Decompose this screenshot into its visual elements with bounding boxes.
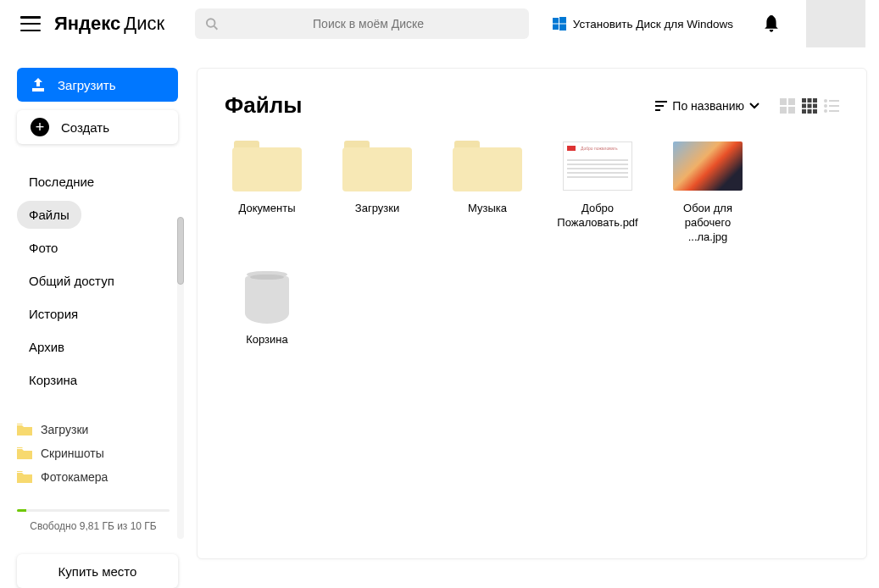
view-large-grid-icon[interactable] bbox=[780, 98, 795, 114]
folder-icon bbox=[452, 139, 523, 193]
image-thumb bbox=[672, 139, 743, 193]
svg-point-0 bbox=[207, 19, 215, 27]
sort-control[interactable]: По названию bbox=[655, 99, 759, 113]
nav-history[interactable]: История bbox=[17, 300, 90, 328]
folder-icon bbox=[17, 471, 32, 483]
trash-icon bbox=[231, 270, 303, 325]
svg-rect-13 bbox=[802, 98, 806, 103]
windows-icon bbox=[553, 17, 566, 31]
file-label: Документы bbox=[238, 202, 295, 216]
content-card: Файлы По названию Документы bbox=[197, 68, 867, 559]
svg-rect-16 bbox=[802, 103, 806, 108]
file-label: Загрузки bbox=[355, 202, 399, 216]
svg-rect-15 bbox=[813, 98, 817, 103]
svg-rect-12 bbox=[788, 107, 795, 114]
nav-section: Последние Файлы Фото Общий доступ Истори… bbox=[17, 168, 170, 399]
page-title: Файлы bbox=[225, 92, 302, 119]
svg-rect-20 bbox=[808, 109, 812, 114]
install-windows-button[interactable]: Установить Диск для Windows bbox=[542, 17, 743, 31]
sidebar: Загрузить + Создать Последние Файлы Фото… bbox=[0, 47, 186, 588]
menu-icon[interactable] bbox=[20, 16, 41, 31]
sidebar-folder-downloads[interactable]: Загрузки bbox=[17, 418, 170, 441]
file-label: Добро Пожаловать.pdf bbox=[555, 202, 640, 230]
svg-rect-25 bbox=[829, 105, 839, 107]
view-controls bbox=[780, 98, 839, 114]
svg-rect-18 bbox=[813, 103, 817, 108]
sort-icon bbox=[655, 101, 667, 111]
svg-rect-23 bbox=[829, 100, 839, 102]
folder-icon bbox=[17, 424, 32, 435]
svg-rect-17 bbox=[808, 103, 812, 108]
upload-button[interactable]: Загрузить bbox=[17, 68, 178, 102]
svg-rect-5 bbox=[559, 25, 566, 31]
file-item-wallpaper-jpg[interactable]: Обои для рабочего ...ла.jpg bbox=[665, 139, 750, 245]
nav-recent[interactable]: Последние bbox=[17, 168, 106, 196]
content-header: Файлы По названию bbox=[225, 92, 839, 119]
upload-icon bbox=[31, 78, 46, 92]
sidebar-scrollbar[interactable] bbox=[177, 217, 184, 539]
trash-item[interactable]: Корзина bbox=[225, 270, 309, 347]
files-grid: Документы Загрузки Музыка Добро пожалова… bbox=[225, 139, 839, 347]
main-area: Файлы По названию Документы bbox=[186, 47, 879, 588]
folder-icon bbox=[342, 139, 413, 193]
view-list-icon[interactable] bbox=[824, 98, 839, 114]
chevron-down-icon bbox=[749, 103, 759, 109]
nav-files[interactable]: Файлы bbox=[17, 201, 81, 229]
svg-rect-2 bbox=[553, 18, 559, 24]
sidebar-folder-screenshots[interactable]: Скриншоты bbox=[17, 441, 170, 465]
folder-item-music[interactable]: Музыка bbox=[445, 139, 530, 245]
storage-text: Свободно 9,81 ГБ из 10 ГБ bbox=[17, 520, 170, 532]
search-icon bbox=[205, 17, 218, 31]
file-label: Музыка bbox=[468, 202, 507, 216]
folder-icon bbox=[17, 447, 32, 459]
user-avatar[interactable] bbox=[806, 0, 865, 47]
file-label: Обои для рабочего ...ла.jpg bbox=[665, 202, 750, 245]
search-box[interactable] bbox=[195, 8, 529, 39]
folder-icon bbox=[231, 139, 303, 193]
create-button[interactable]: + Создать bbox=[17, 110, 178, 144]
view-small-grid-icon[interactable] bbox=[802, 98, 817, 114]
nav-shared[interactable]: Общий доступ bbox=[17, 267, 126, 295]
logo-sub: Диск bbox=[124, 13, 164, 35]
svg-rect-21 bbox=[813, 109, 817, 114]
folder-item-downloads[interactable]: Загрузки bbox=[335, 139, 420, 245]
svg-rect-9 bbox=[780, 98, 787, 105]
folder-item-documents[interactable]: Документы bbox=[225, 139, 309, 245]
svg-point-24 bbox=[824, 104, 827, 108]
svg-point-22 bbox=[824, 99, 827, 103]
nav-photo[interactable]: Фото bbox=[17, 234, 70, 262]
logo[interactable]: Яндекс Диск bbox=[54, 13, 164, 35]
logo-main: Яндекс bbox=[54, 13, 120, 35]
bell-icon[interactable] bbox=[764, 15, 779, 32]
top-header: Яндекс Диск Установить Диск для Windows bbox=[0, 0, 879, 47]
file-item-welcome-pdf[interactable]: Добро пожаловать Добро Пожаловать.pdf bbox=[555, 139, 640, 245]
svg-rect-19 bbox=[802, 109, 806, 114]
svg-rect-4 bbox=[553, 25, 559, 31]
svg-rect-10 bbox=[788, 98, 795, 105]
nav-trash[interactable]: Корзина bbox=[17, 366, 89, 394]
install-label: Установить Диск для Windows bbox=[573, 18, 733, 31]
folder-label: Скриншоты bbox=[41, 447, 104, 460]
svg-rect-11 bbox=[780, 107, 787, 114]
plus-icon: + bbox=[31, 118, 49, 136]
folder-label: Фотокамера bbox=[41, 470, 108, 484]
create-label: Создать bbox=[61, 120, 109, 135]
svg-rect-27 bbox=[829, 110, 839, 112]
svg-point-26 bbox=[824, 109, 827, 113]
buy-space-button[interactable]: Купить место bbox=[17, 554, 178, 588]
storage-info: Свободно 9,81 ГБ из 10 ГБ bbox=[0, 502, 186, 546]
svg-line-1 bbox=[214, 26, 218, 30]
folder-section: Загрузки Скриншоты Фотокамера bbox=[17, 418, 170, 489]
folder-label: Загрузки bbox=[41, 423, 88, 436]
search-input[interactable] bbox=[218, 17, 518, 31]
sidebar-folder-camera[interactable]: Фотокамера bbox=[17, 465, 170, 489]
svg-rect-14 bbox=[808, 98, 812, 103]
sort-label: По названию bbox=[672, 99, 744, 113]
storage-bar bbox=[17, 509, 170, 512]
svg-rect-3 bbox=[559, 17, 566, 24]
scrollbar-thumb[interactable] bbox=[177, 217, 184, 285]
pdf-thumb: Добро пожаловать bbox=[562, 139, 633, 193]
nav-archive[interactable]: Архив bbox=[17, 333, 76, 361]
file-label: Корзина bbox=[246, 333, 288, 347]
upload-label: Загрузить bbox=[58, 78, 116, 92]
